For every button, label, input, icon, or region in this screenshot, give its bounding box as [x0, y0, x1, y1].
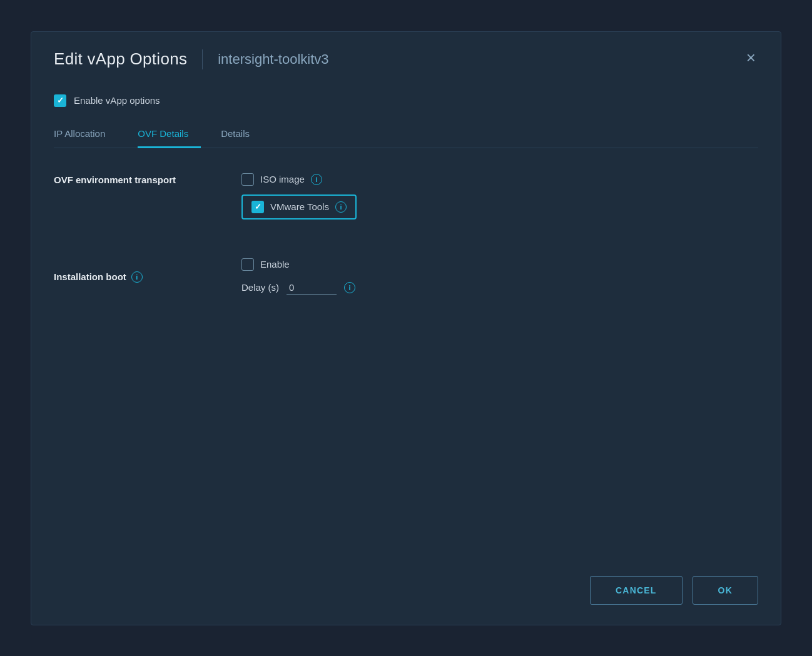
vmware-tools-label: VMware Tools [270, 201, 329, 212]
dialog-footer: CANCEL OK [31, 561, 781, 625]
installation-boot-section: Installation boot i Enable Delay (s) i [54, 258, 758, 295]
ovf-transport-label: OVF environment transport [54, 173, 241, 228]
iso-image-row: ISO image i [241, 173, 758, 186]
delay-input[interactable] [287, 281, 337, 295]
iso-image-label: ISO image [260, 174, 305, 184]
ok-button[interactable]: OK [693, 576, 758, 605]
ovf-transport-content: ISO image i ✓ VMware Tools i [241, 173, 758, 228]
ovf-transport-section: OVF environment transport ISO image i ✓ … [54, 173, 758, 228]
installation-boot-info-icon[interactable]: i [131, 271, 143, 283]
enable-vapp-label: Enable vApp options [74, 95, 160, 106]
checkmark-icon: ✓ [57, 96, 64, 105]
enable-vapp-checkbox[interactable]: ✓ [54, 94, 66, 107]
install-boot-enable-checkbox[interactable] [241, 258, 254, 271]
delay-info-icon[interactable]: i [344, 282, 355, 293]
installation-boot-label-container: Installation boot i [54, 258, 241, 295]
vmware-tools-box: ✓ VMware Tools i [241, 194, 357, 220]
install-boot-enable-row: Enable [241, 258, 758, 271]
dialog-header: Edit vApp Options intersight-toolkitv3 × [31, 32, 781, 82]
vmware-tools-checkmark-icon: ✓ [255, 202, 261, 211]
dialog-subtitle: intersight-toolkitv3 [218, 51, 328, 68]
iso-image-checkbox[interactable] [241, 173, 254, 186]
install-boot-enable-label: Enable [260, 259, 290, 270]
delay-label: Delay (s) [241, 282, 279, 293]
cancel-button[interactable]: CANCEL [590, 576, 683, 605]
tabs-container: IP Allocation OVF Details Details [54, 122, 758, 148]
edit-vapp-dialog: Edit vApp Options intersight-toolkitv3 ×… [31, 31, 781, 625]
vmware-tools-checkbox[interactable]: ✓ [251, 201, 264, 213]
dialog-title: Edit vApp Options [54, 49, 187, 69]
header-divider [202, 49, 203, 69]
vmware-tools-row: ✓ VMware Tools i [241, 194, 758, 220]
close-button[interactable]: × [741, 47, 761, 68]
enable-vapp-row: ✓ Enable vApp options [54, 94, 758, 107]
tab-ovf-details[interactable]: OVF Details [138, 122, 201, 148]
iso-image-info-icon[interactable]: i [311, 174, 322, 185]
delay-row: Delay (s) i [241, 281, 758, 295]
installation-boot-label: Installation boot [54, 271, 126, 282]
tab-details[interactable]: Details [221, 122, 262, 148]
vmware-tools-info-icon[interactable]: i [335, 201, 347, 213]
dialog-body: ✓ Enable vApp options IP Allocation OVF … [31, 82, 781, 561]
installation-boot-content: Enable Delay (s) i [241, 258, 758, 295]
tab-ip-allocation[interactable]: IP Allocation [54, 122, 118, 148]
